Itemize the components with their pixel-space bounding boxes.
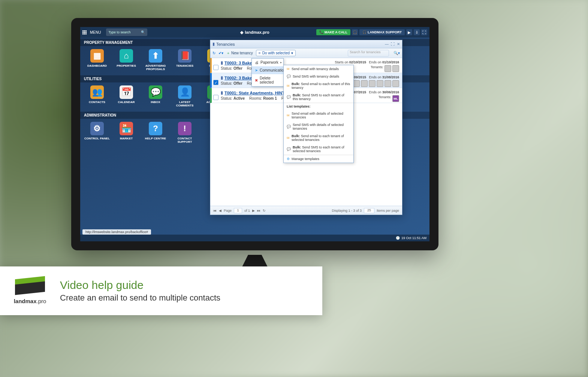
minimize-icon[interactable]: — [385, 42, 389, 46]
page-input[interactable]: 1 [234, 208, 242, 213]
avatar [369, 80, 376, 87]
status-bar: 🕐19 Oct 11:51 AM [80, 235, 429, 241]
new-tenancy-button[interactable]: ＋New tenancy [226, 51, 253, 56]
avatar [361, 80, 368, 87]
menu-paperwork[interactable]: 🖨Paperwork▸ [252, 58, 283, 66]
landmax-support-button[interactable]: 🎧LANDMAX SUPPORT [359, 29, 405, 35]
do-with-selected-dropdown[interactable]: ≡Do with selected▾ [256, 50, 296, 56]
logo: ◈landmax.pro [240, 30, 269, 35]
tenancies-list: 🖨Paperwork▸ ➤Communication▸ ✖Delete sele… [210, 58, 402, 206]
tenancies-icon[interactable]: 📕TENANCIES [172, 49, 198, 71]
pager: ⏮ ◀ Page 1 of 1 ▶ ⏭ ↻ Displaying 1 - 3 o… [210, 206, 402, 215]
book-icon: ▮ [212, 42, 215, 46]
pager-last[interactable]: ⏭ [257, 209, 260, 212]
search-icon: 🔍 [141, 30, 145, 34]
global-search[interactable]: Type to search🔍 [106, 28, 147, 36]
pager-first[interactable]: ⏮ [213, 209, 217, 212]
avatar [377, 80, 383, 87]
monitor-frame: MENU Type to search🔍 ◈landmax.pro 📞MAKE … [71, 18, 438, 250]
make-call-button[interactable]: 📞MAKE A CALL [316, 29, 350, 35]
row-checkbox[interactable]: ✓ [213, 80, 218, 85]
control-panel-icon[interactable]: ⚙CONTROL PANEL [84, 122, 110, 144]
tenancies-panel: ▮ Tenancies — ⛶ ✕ ↻ ✔▾ ＋New tenancy ≡Do … [210, 40, 402, 215]
panel-toolbar: ↻ ✔▾ ＋New tenancy ≡Do with selected▾ Sea… [210, 48, 402, 58]
search-tenancies-input[interactable]: Search for tenancies [348, 50, 389, 57]
avatar [392, 65, 399, 72]
caption-logo: landmax.pro [11, 278, 49, 304]
menu-delete[interactable]: ✖Delete selected [252, 74, 283, 86]
select-all-button[interactable]: ✔▾ [218, 51, 223, 55]
calendar-icon[interactable]: 📅CALENDAR [113, 85, 139, 107]
inbox-icon[interactable]: 💬INBOX [142, 85, 169, 107]
menu-bulk-sms-tenants[interactable]: 💬Bulk: Send SMS to each tenant of this t… [284, 91, 353, 103]
menu-communication[interactable]: ➤Communication▸ [252, 66, 283, 74]
phone-icon: 📞 [319, 30, 323, 34]
play-icon[interactable]: ▶ [406, 29, 412, 35]
menu-sms-selected[interactable]: 💬Send SMS with details of selected tenan… [284, 121, 353, 132]
context-menu-2: ✉Send email with tenancy details 💬Send S… [283, 65, 354, 163]
export-icon[interactable]: ⇩ [414, 29, 420, 35]
avatar [353, 80, 360, 87]
avatar [385, 65, 391, 72]
menu-bulk-sms-selected[interactable]: 💬Bulk: Send SMS to each tenant of select… [284, 144, 353, 155]
menu-email-selected[interactable]: ✉Send email with details of selected ten… [284, 110, 353, 121]
clock-icon: 🕐 [396, 236, 400, 240]
mail-icon: ✉ [287, 136, 290, 140]
chevron-down-icon: ▾ [291, 51, 293, 55]
caption-text: Video help guide Create an email to send… [60, 279, 220, 303]
dashboard-icon[interactable]: ▦DASHBOARD [84, 49, 110, 71]
url-display: http://lmswebsite.landmax.pro/backoffice… [82, 229, 151, 235]
close-icon[interactable]: ✕ [397, 42, 400, 46]
panel-titlebar: ▮ Tenancies — ⛶ ✕ [210, 40, 402, 48]
send-icon: ➤ [255, 68, 258, 72]
menu-grid-icon[interactable] [82, 30, 88, 34]
sms-icon: 💬 [287, 75, 291, 78]
properties-icon[interactable]: ⌂PROPERTIES [113, 49, 139, 71]
help-centre-icon[interactable]: ?HELP CENTRE [142, 122, 169, 144]
search-icon[interactable]: 🔍▾ [393, 51, 400, 55]
menu-manage-templates[interactable]: ⚙Manage templates [284, 155, 353, 163]
context-menu-1: 🖨Paperwork▸ ➤Communication▸ ✖Delete sele… [251, 58, 284, 87]
mail-icon: ✉ [287, 84, 290, 88]
book-icon: ▮ [221, 75, 223, 80]
advertising-proposals-icon[interactable]: ⬆ADVERTISING PROPOSALS [142, 49, 169, 71]
gear-icon: ⚙ [287, 157, 290, 161]
logo-icon [15, 278, 45, 296]
contact-support-icon[interactable]: !CONTACT SUPPORT [172, 122, 198, 144]
market-icon[interactable]: 🏪MARKET [113, 122, 139, 144]
avatar [385, 80, 391, 87]
search-placeholder: Type to search [108, 30, 130, 34]
mail-icon: ✉ [287, 114, 290, 117]
sms-icon: 💬 [287, 125, 291, 129]
latest-comments-icon[interactable]: 👤LATEST COMMENTS [172, 85, 198, 107]
menu-bulk-email-selected[interactable]: ✉Bulk: Send email to each tenant of sele… [284, 132, 353, 144]
arrow-right-icon: ▸ [280, 61, 282, 64]
topbar: MENU Type to search🔍 ◈landmax.pro 📞MAKE … [80, 27, 429, 37]
screen-icon[interactable]: ⛶ [421, 29, 427, 35]
pager-prev[interactable]: ◀ [219, 209, 221, 212]
avatar [392, 80, 399, 87]
pager-refresh[interactable]: ↻ [263, 209, 266, 212]
menu-send-sms-tenancy[interactable]: 💬Send SMS with tenancy details [284, 73, 353, 80]
delete-icon: ✖ [255, 78, 258, 82]
book-icon: ▮ [221, 60, 223, 65]
page-size-select[interactable]: 25 [364, 208, 374, 213]
menu-label[interactable]: MENU [90, 30, 101, 34]
row-checkbox[interactable] [213, 65, 218, 70]
row-checkbox[interactable] [213, 95, 218, 100]
sms-icon: 💬 [287, 147, 291, 151]
refresh-button[interactable]: ↻ [212, 51, 215, 55]
logo-text: landmax.pro [14, 298, 46, 304]
sms-icon: 💬 [287, 95, 291, 99]
pager-next[interactable]: ▶ [252, 209, 255, 212]
maximize-icon[interactable]: ⛶ [391, 42, 395, 46]
contacts-icon[interactable]: 👥CONTACTS [84, 85, 110, 107]
caption-subtitle: Create an email to send to multiple cont… [60, 293, 220, 303]
menu-send-email-tenancy[interactable]: ✉Send email with tenancy details [284, 65, 353, 73]
headset-icon[interactable]: 🎧 [352, 29, 358, 35]
headset-icon: 🎧 [362, 30, 367, 34]
menu-bulk-email-tenants[interactable]: ✉Bulk: Send email to each tenant of this… [284, 80, 353, 91]
panel-title-text: Tenancies [216, 42, 235, 46]
menu-section-list-templates: List templates: [284, 103, 353, 110]
caption-title: Video help guide [60, 279, 220, 292]
